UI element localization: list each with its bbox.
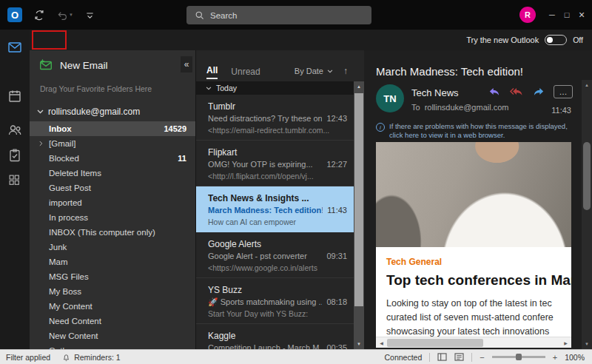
folder-name: My Content bbox=[49, 302, 186, 311]
scroll-down-icon[interactable]: ▼ bbox=[354, 339, 364, 349]
account-avatar[interactable]: R bbox=[519, 7, 536, 23]
search-input[interactable]: Search bbox=[186, 6, 371, 24]
scroll-right-icon[interactable]: ▶ bbox=[560, 337, 571, 348]
sender-name[interactable]: Tech News bbox=[411, 87, 459, 98]
message-list-item[interactable]: YS Buzz 🚀 Sports matchmaking using ... 0… bbox=[196, 278, 354, 324]
ribbon-tab-bar: Try the new Outlook Off bbox=[30, 30, 592, 50]
folder-item[interactable]: INBOX (This computer only) bbox=[30, 225, 195, 240]
mail-nav-icon[interactable] bbox=[7, 40, 22, 55]
scroll-up-icon[interactable]: ▲ bbox=[354, 81, 364, 92]
message-list-item[interactable]: Tumblr Need distractions? Try these on..… bbox=[196, 95, 354, 141]
zoom-out-button[interactable]: − bbox=[480, 353, 484, 362]
folder-name: Mam bbox=[49, 257, 186, 266]
folder-name: Blocked bbox=[49, 154, 172, 163]
message-list-item[interactable]: Flipkart OMG! Your OTP is expiring... 12… bbox=[196, 141, 354, 186]
message-list-item[interactable]: Kaggle Competition Launch - March M... 0… bbox=[196, 324, 354, 349]
message-list: Tumblr Need distractions? Try these on..… bbox=[196, 95, 354, 349]
folder-item[interactable]: Inbox 14529 bbox=[30, 121, 195, 136]
email-subject: March Madness: Tech edition! bbox=[376, 65, 570, 78]
message-preview: How can AI can empower bbox=[208, 216, 347, 228]
tab-unread[interactable]: Unread bbox=[231, 67, 260, 79]
message-list-item[interactable]: Google Alerts Google Alert - pst convert… bbox=[196, 232, 354, 278]
folder-item[interactable]: MSG Files bbox=[30, 269, 195, 284]
chevron-right-icon[interactable] bbox=[39, 141, 43, 146]
folder-item[interactable]: imported bbox=[30, 195, 195, 210]
tab-all[interactable]: All bbox=[206, 65, 218, 79]
minimize-button[interactable]: ─ bbox=[545, 0, 559, 30]
new-email-button[interactable]: New Email bbox=[38, 58, 108, 73]
status-bar: Filter applied Reminders: 1 Connected − … bbox=[0, 349, 592, 364]
account-email: rollinsduke@gmail.com bbox=[48, 107, 140, 117]
folder-item[interactable]: Need Content bbox=[30, 314, 195, 328]
folder-item[interactable]: Mam bbox=[30, 255, 195, 269]
info-line-1: If there are problems with how this mess… bbox=[389, 122, 568, 130]
message-time: 12:27 bbox=[326, 158, 347, 170]
scroll-down-icon[interactable]: ▼ bbox=[582, 339, 592, 349]
close-button[interactable]: × bbox=[574, 0, 589, 30]
scroll-left-icon[interactable]: ◀ bbox=[376, 337, 387, 348]
folder-item[interactable]: Blocked 11 bbox=[30, 151, 195, 166]
folder-item[interactable]: Junk bbox=[30, 240, 195, 255]
new-outlook-toggle[interactable] bbox=[545, 35, 567, 45]
info-line-2-link[interactable]: click here to view it in a web browser. bbox=[389, 131, 505, 139]
folder-name: Need Content bbox=[49, 317, 186, 326]
reply-icon[interactable] bbox=[488, 86, 501, 98]
scrollbar-thumb[interactable] bbox=[387, 339, 483, 347]
tasks-nav-icon[interactable] bbox=[7, 148, 22, 163]
message-preview: Start Your Day with YS Buzz: bbox=[208, 308, 347, 320]
scrollbar-thumb[interactable] bbox=[354, 93, 363, 306]
display-problems-info-bar[interactable]: i If there are problems with how this me… bbox=[376, 122, 573, 140]
folder-pane: New Email « Drag Your Favorite Folders H… bbox=[30, 50, 195, 349]
sender-avatar[interactable]: TN bbox=[376, 84, 404, 112]
account-header[interactable]: rollinsduke@gmail.com bbox=[37, 107, 140, 117]
folder-item[interactable]: My Boss bbox=[30, 284, 195, 299]
more-actions-button[interactable]: … bbox=[554, 85, 573, 98]
email-category-label: Tech General bbox=[386, 257, 571, 267]
folder-name: Junk bbox=[49, 243, 186, 252]
message-list-item[interactable]: Tech News & Insights ... March Madness: … bbox=[196, 186, 354, 232]
scrollbar-thumb[interactable] bbox=[583, 142, 591, 210]
chevron-down-icon bbox=[327, 70, 333, 73]
folder-item[interactable]: New Content bbox=[30, 328, 195, 343]
zoom-in-button[interactable]: + bbox=[553, 353, 557, 362]
calendar-nav-icon[interactable] bbox=[7, 89, 22, 104]
scroll-up-icon[interactable]: ▲ bbox=[582, 80, 592, 90]
people-nav-icon[interactable] bbox=[7, 123, 22, 138]
maximize-button[interactable]: □ bbox=[559, 0, 574, 30]
folder-item[interactable]: Deleted Items bbox=[30, 166, 195, 181]
zoom-slider[interactable] bbox=[492, 356, 545, 358]
undo-icon[interactable]: ▼ bbox=[56, 10, 73, 21]
forward-icon[interactable] bbox=[532, 86, 545, 98]
message-list-scrollbar[interactable]: ▲ ▼ bbox=[354, 81, 364, 349]
folder-item[interactable]: In process bbox=[30, 210, 195, 225]
undo-dropdown-caret-icon[interactable]: ▼ bbox=[69, 13, 73, 17]
reading-view-icon[interactable] bbox=[454, 353, 464, 361]
navigation-rail bbox=[0, 30, 30, 349]
customize-quick-access-icon[interactable] bbox=[84, 10, 95, 21]
send-receive-sync-icon[interactable] bbox=[33, 9, 45, 21]
to-label: To bbox=[411, 103, 420, 112]
folder-item[interactable]: My Content bbox=[30, 299, 195, 314]
sort-by-date-dropdown[interactable]: By Date bbox=[295, 67, 333, 75]
zoom-slider-knob[interactable] bbox=[516, 354, 522, 360]
reply-all-icon[interactable] bbox=[509, 86, 524, 98]
collapse-folder-pane-button[interactable]: « bbox=[181, 56, 192, 73]
folder-name: New Content bbox=[49, 331, 186, 340]
zoom-level[interactable]: 100% bbox=[565, 353, 585, 362]
message-sender: Google Alerts bbox=[208, 238, 347, 250]
folder-item[interactable]: [Gmail] bbox=[30, 136, 195, 151]
reading-pane-scrollbar[interactable]: ▲ ▼ bbox=[582, 80, 592, 349]
folder-name: Inbox bbox=[49, 124, 158, 133]
folder-item[interactable]: Guest Post bbox=[30, 181, 195, 195]
reminders-status[interactable]: Reminders: 1 bbox=[74, 353, 120, 362]
toggle-knob bbox=[547, 37, 553, 43]
group-header-today[interactable]: Today bbox=[196, 81, 354, 95]
normal-view-icon[interactable] bbox=[437, 353, 447, 361]
email-body: Tech General Top tech conferences in Mar… bbox=[376, 142, 571, 337]
sort-direction-icon[interactable]: ↑ bbox=[343, 66, 348, 76]
horizontal-scrollbar[interactable]: ◀ ▶ bbox=[376, 337, 571, 348]
more-apps-icon[interactable] bbox=[7, 173, 21, 186]
outlook-logo-icon: O bbox=[7, 7, 22, 22]
folder-name: In process bbox=[49, 213, 186, 222]
folder-item[interactable]: Outbox bbox=[30, 343, 195, 349]
